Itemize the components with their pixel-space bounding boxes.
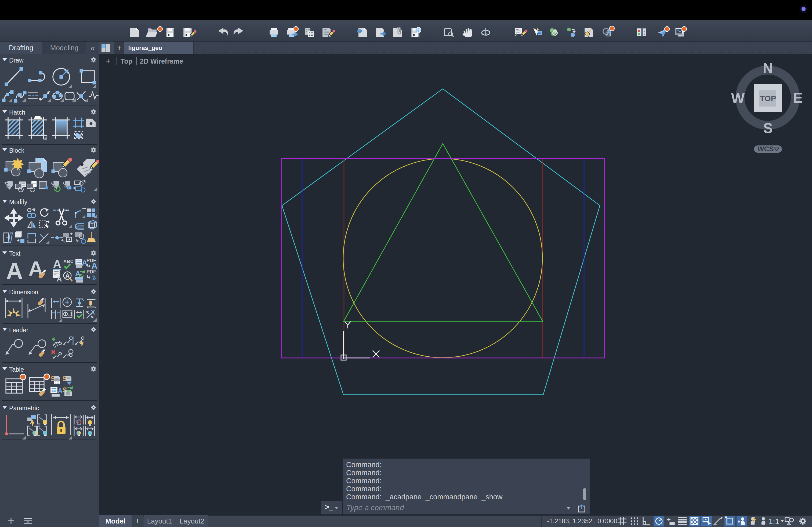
svg-text:+: + [106, 57, 111, 66]
svg-text:Text: Text [9, 250, 21, 257]
svg-text:Dimension: Dimension [9, 289, 39, 296]
svg-text:E: E [793, 90, 802, 106]
svg-text:TOP: TOP [760, 94, 776, 103]
svg-text:Block: Block [9, 147, 25, 154]
svg-text:A: A [58, 387, 62, 394]
svg-text:W: W [731, 90, 744, 106]
svg-text:ABC: ABC [63, 259, 74, 264]
svg-text:S: S [763, 120, 772, 136]
svg-text:Parametric: Parametric [9, 405, 39, 412]
svg-text:N: N [763, 60, 773, 76]
svg-text:WCS: WCS [757, 145, 774, 153]
svg-text:Layout1: Layout1 [147, 517, 172, 525]
svg-text:A: A [65, 272, 70, 279]
svg-text:.1: .1 [68, 311, 73, 317]
svg-text:A: A [6, 258, 23, 284]
svg-text:1:1: 1:1 [768, 517, 779, 526]
svg-text:X: X [91, 308, 95, 316]
svg-text:Draw: Draw [9, 57, 24, 64]
svg-text:Top: Top [120, 57, 132, 65]
svg-text:Model: Model [105, 517, 126, 525]
svg-text:Layout2: Layout2 [180, 517, 205, 525]
svg-text:Hatch: Hatch [9, 109, 25, 116]
svg-text:+: + [135, 516, 140, 525]
svg-text:A: A [53, 258, 61, 271]
svg-text:Table: Table [9, 366, 24, 373]
svg-text:2D Wireframe: 2D Wireframe [140, 57, 183, 65]
svg-text:Modify: Modify [9, 199, 27, 206]
svg-text:-1.2183, 1.2352 , 0.0000: -1.2183, 1.2352 , 0.0000 [547, 517, 617, 525]
svg-text:A: A [57, 275, 62, 283]
svg-text:PDF: PDF [86, 269, 96, 274]
svg-text:Leader: Leader [9, 327, 28, 333]
